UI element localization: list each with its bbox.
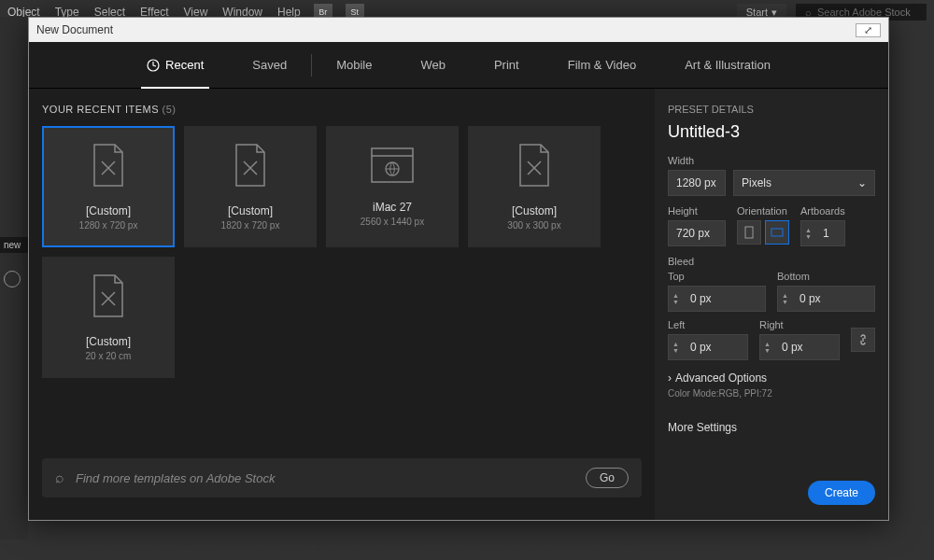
tool-circle-icon[interactable] [4, 271, 21, 287]
preset-details-panel: PRESET DETAILS Untitled-3 Width 1280 px … [655, 89, 888, 520]
section-recent-items: YOUR RECENT ITEMS (5) [42, 104, 642, 115]
preset-label: iMac 27 [373, 201, 412, 214]
create-button[interactable]: Create [808, 481, 875, 505]
advanced-options-toggle[interactable]: › Advanced Options [668, 371, 875, 385]
tab-art-illustration[interactable]: Art & Illustration [660, 42, 795, 89]
bleed-link-toggle[interactable] [851, 328, 875, 352]
left-toolbar: new [0, 17, 28, 539]
unit-select[interactable]: Pixels ⌄ [733, 170, 875, 196]
preset-label: [Custom] [512, 204, 557, 217]
width-input[interactable]: 1280 px [668, 170, 726, 196]
background-recent-files: FVO AERO PANTONES 1.ai FVO AERO PANTONES… [93, 546, 915, 556]
preset-dims: 2560 x 1440 px [361, 217, 424, 227]
bleed-label: Bleed [668, 256, 875, 267]
document-custom-icon [89, 143, 128, 188]
bleed-left-label: Left [668, 319, 748, 330]
preset-dims: 300 x 300 px [507, 220, 560, 231]
preset-tabs: Recent Saved Mobile Web Print Film & Vid… [29, 42, 888, 89]
preset-card[interactable]: [Custom] 1280 x 720 px [42, 126, 175, 247]
height-input[interactable]: 720 px [668, 220, 726, 246]
recent-items-grid: [Custom] 1280 x 720 px [Custom] 1820 x 7… [42, 126, 642, 378]
artboards-label: Artboards [800, 205, 845, 217]
preset-card[interactable]: [Custom] 1820 x 720 px [184, 126, 317, 247]
landscape-icon [771, 227, 784, 238]
tab-web[interactable]: Web [396, 42, 470, 89]
new-document-dialog: New Document ⤢ Recent Saved Mobile Web P… [28, 17, 889, 521]
chevron-right-icon: › [668, 371, 672, 385]
preset-card[interactable]: [Custom] 300 x 300 px [468, 126, 601, 247]
orientation-portrait[interactable] [737, 220, 761, 245]
template-search-row: ⌕ Find more templates on Adobe Stock Go [42, 458, 642, 497]
preset-card[interactable]: iMac 27 2560 x 1440 px [326, 126, 459, 247]
portrait-icon [743, 226, 755, 239]
dialog-titlebar: New Document ⤢ [29, 18, 888, 42]
svg-rect-4 [771, 229, 783, 236]
document-custom-icon [231, 143, 270, 188]
dialog-title: New Document [36, 23, 113, 36]
preset-card[interactable]: [Custom] 20 x 20 cm [42, 257, 175, 378]
preset-label: [Custom] [86, 335, 131, 348]
left-tab-new[interactable]: new [0, 237, 28, 253]
artboards-stepper[interactable]: ▲▼ 1 [800, 220, 845, 246]
dialog-close-button[interactable]: ⤢ [856, 23, 881, 37]
svg-rect-1 [372, 148, 413, 182]
svg-rect-3 [745, 227, 753, 238]
chevron-down-icon: ⌄ [857, 176, 867, 189]
preset-dims: 1820 x 720 px [221, 220, 280, 231]
preset-label: [Custom] [228, 204, 273, 217]
width-label: Width [668, 155, 875, 166]
tab-recent[interactable]: Recent [122, 42, 228, 89]
height-label: Height [668, 205, 726, 217]
document-custom-icon [515, 143, 554, 188]
document-name[interactable]: Untitled-3 [668, 122, 875, 142]
preset-dims: 1280 x 720 px [79, 220, 138, 231]
link-icon [857, 334, 869, 345]
preset-dims: 20 x 20 cm [86, 351, 132, 361]
tab-film-video[interactable]: Film & Video [544, 42, 660, 89]
tab-print[interactable]: Print [470, 42, 544, 89]
bleed-left-input[interactable]: ▲▼0 px [668, 334, 748, 360]
tab-mobile[interactable]: Mobile [312, 42, 396, 89]
bleed-bottom-input[interactable]: ▲▼0 px [777, 286, 875, 312]
orientation-landscape[interactable] [765, 220, 789, 245]
color-mode-summary: Color Mode:RGB, PPI:72 [668, 388, 875, 399]
bleed-bottom-label: Bottom [777, 271, 875, 282]
preset-details-header: PRESET DETAILS [668, 104, 875, 115]
tab-saved[interactable]: Saved [228, 42, 311, 89]
document-web-icon [370, 147, 415, 184]
recent-file[interactable]: FVO AERO PANTONES 1.ai [427, 546, 547, 556]
bleed-right-input[interactable]: ▲▼0 px [759, 334, 840, 360]
recent-file[interactable]: FVO AERO PANTONES 1.ai [594, 546, 715, 556]
more-settings[interactable]: More Settings [668, 421, 875, 434]
template-search-placeholder[interactable]: Find more templates on Adobe Stock [76, 471, 574, 485]
search-icon: ⌕ [55, 469, 64, 486]
clock-icon [147, 59, 160, 72]
orientation-label: Orientation [737, 205, 789, 217]
preset-label: [Custom] [86, 204, 131, 217]
bleed-top-input[interactable]: ▲▼0 px [668, 286, 766, 312]
recent-file[interactable]: FVO AERO PANTONES 1.ai [93, 546, 214, 556]
recent-file[interactable]: FVO AERO PANTONES 1.ai [261, 546, 381, 556]
bleed-right-label: Right [759, 319, 840, 330]
go-button[interactable]: Go [586, 468, 629, 488]
bleed-top-label: Top [668, 271, 766, 282]
document-custom-icon [89, 273, 128, 318]
